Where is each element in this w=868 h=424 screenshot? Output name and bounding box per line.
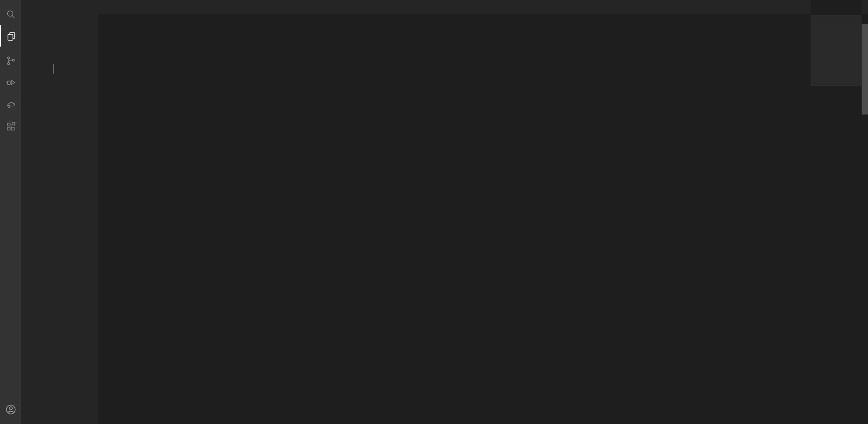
vertical-scrollbar xyxy=(862,0,868,424)
minimap-slider[interactable] xyxy=(811,15,862,86)
run-debug-icon[interactable] xyxy=(0,71,21,93)
breadcrumb xyxy=(99,14,868,24)
search-icon[interactable] xyxy=(0,4,21,25)
account-icon[interactable] xyxy=(0,399,21,420)
code-lines xyxy=(131,24,811,424)
code-editor[interactable] xyxy=(99,24,811,424)
scrollbar-thumb[interactable] xyxy=(862,24,868,114)
extensions-icon[interactable] xyxy=(0,116,21,137)
remote-explorer-icon[interactable] xyxy=(0,93,21,114)
explorer-icon[interactable] xyxy=(0,25,21,47)
activity-bar xyxy=(0,0,21,424)
minimap[interactable] xyxy=(811,0,862,424)
editor-tab-bar xyxy=(99,0,868,14)
explorer-sidebar xyxy=(21,0,99,424)
indent-guide xyxy=(53,64,54,74)
source-control-icon[interactable] xyxy=(0,50,21,71)
vscode-window xyxy=(0,0,868,424)
